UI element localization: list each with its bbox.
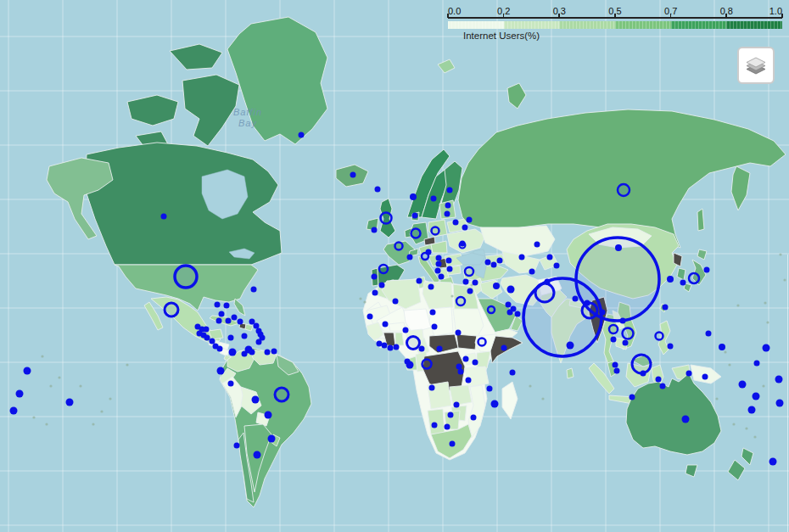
population-dot-marker[interactable]	[515, 311, 521, 317]
population-dot-marker[interactable]	[473, 360, 478, 366]
population-dot-marker[interactable]	[429, 385, 435, 391]
population-dot-marker[interactable]	[456, 330, 462, 336]
country-russia[interactable]	[507, 83, 526, 109]
population-dot-marker[interactable]	[446, 258, 452, 264]
population-dot-marker[interactable]	[439, 274, 445, 280]
population-dot-marker[interactable]	[268, 435, 276, 443]
population-dot-marker[interactable]	[226, 318, 232, 324]
population-ring-marker[interactable]	[609, 325, 618, 333]
population-ring-marker[interactable]	[432, 227, 439, 235]
population-dot-marker[interactable]	[204, 327, 210, 333]
population-dot-marker[interactable]	[216, 318, 222, 324]
population-dot-marker[interactable]	[417, 278, 422, 284]
population-dot-marker[interactable]	[430, 310, 436, 316]
population-dot-marker[interactable]	[753, 393, 760, 400]
population-dot-marker[interactable]	[623, 340, 629, 346]
population-ring-marker[interactable]	[422, 360, 432, 369]
population-dot-marker[interactable]	[466, 378, 472, 384]
population-dot-marker[interactable]	[419, 346, 425, 352]
population-dot-marker[interactable]	[702, 374, 708, 380]
population-dot-marker[interactable]	[256, 339, 262, 345]
population-ring-marker[interactable]	[689, 273, 699, 283]
population-dot-marker[interactable]	[431, 196, 437, 202]
population-dot-marker[interactable]	[613, 362, 618, 368]
population-dot-marker[interactable]	[406, 361, 414, 369]
country-tanzania[interactable]	[465, 367, 489, 387]
population-dot-marker[interactable]	[217, 346, 223, 352]
population-dot-marker[interactable]	[450, 441, 456, 447]
population-dot-marker[interactable]	[600, 310, 606, 316]
population-dot-marker[interactable]	[769, 458, 777, 466]
population-dot-marker[interactable]	[519, 255, 525, 260]
population-dot-marker[interactable]	[412, 213, 418, 219]
population-dot-marker[interactable]	[219, 311, 225, 317]
country-zambia[interactable]	[450, 385, 472, 406]
country-namibia[interactable]	[428, 409, 445, 434]
population-dot-marker[interactable]	[372, 274, 378, 280]
population-dot-marker[interactable]	[754, 361, 760, 367]
population-dot-marker[interactable]	[388, 345, 394, 351]
population-dot-marker[interactable]	[463, 356, 469, 362]
population-dot-marker[interactable]	[217, 367, 225, 375]
population-dot-marker[interactable]	[445, 211, 450, 217]
population-dot-marker[interactable]	[704, 267, 710, 273]
population-dot-marker[interactable]	[228, 381, 234, 387]
population-dot-marker[interactable]	[485, 260, 491, 266]
population-dot-marker[interactable]	[383, 322, 389, 328]
population-dot-marker[interactable]	[394, 344, 400, 350]
population-ring-marker[interactable]	[632, 355, 651, 373]
population-dot-marker[interactable]	[234, 443, 240, 449]
population-dot-marker[interactable]	[437, 346, 443, 352]
country-south-sudan[interactable]	[456, 334, 477, 350]
country-australia[interactable]	[626, 373, 721, 455]
population-dot-marker[interactable]	[686, 371, 692, 377]
population-ring-marker[interactable]	[465, 267, 473, 276]
population-dot-marker[interactable]	[458, 369, 464, 375]
population-dot-marker[interactable]	[493, 283, 500, 289]
population-dot-marker[interactable]	[641, 371, 646, 377]
population-dot-marker[interactable]	[763, 344, 770, 352]
population-dot-marker[interactable]	[242, 333, 248, 339]
population-dot-marker[interactable]	[375, 187, 381, 193]
population-dot-marker[interactable]	[471, 415, 477, 421]
country-mexico[interactable]	[151, 297, 221, 344]
population-ring-marker[interactable]	[656, 333, 663, 340]
population-ring-marker[interactable]	[175, 266, 197, 288]
population-ring-marker[interactable]	[623, 328, 634, 339]
country-canada[interactable]	[85, 143, 282, 265]
population-dot-marker[interactable]	[254, 323, 260, 329]
population-dot-marker[interactable]	[748, 406, 756, 414]
population-ring-marker[interactable]	[275, 388, 288, 401]
country-south-korea[interactable]	[677, 268, 685, 280]
population-ring-marker[interactable]	[488, 306, 495, 313]
country-kazakhstan[interactable]	[480, 226, 555, 256]
country-canada[interactable]	[127, 95, 178, 126]
country-russia[interactable]	[731, 166, 750, 210]
population-dot-marker[interactable]	[372, 227, 378, 233]
population-ring-marker[interactable]	[407, 337, 420, 350]
population-dot-marker[interactable]	[66, 399, 74, 406]
country-kenya[interactable]	[477, 351, 490, 368]
population-dot-marker[interactable]	[456, 364, 462, 370]
population-ring-marker[interactable]	[582, 303, 597, 318]
population-dot-marker[interactable]	[16, 390, 24, 398]
population-dot-marker[interactable]	[271, 349, 277, 355]
population-dot-marker[interactable]	[454, 402, 460, 408]
population-dot-marker[interactable]	[463, 279, 469, 285]
population-dot-marker[interactable]	[506, 302, 512, 308]
country-greenland[interactable]	[227, 17, 327, 144]
population-dot-marker[interactable]	[436, 261, 442, 267]
population-dot-marker[interactable]	[245, 346, 253, 354]
population-ring-marker[interactable]	[395, 243, 403, 250]
population-dot-marker[interactable]	[426, 249, 432, 255]
population-dot-marker[interactable]	[615, 244, 622, 251]
population-ring-marker[interactable]	[478, 339, 486, 346]
population-dot-marker[interactable]	[682, 416, 690, 423]
population-dot-marker[interactable]	[507, 286, 515, 294]
population-dot-marker[interactable]	[453, 220, 459, 226]
population-dot-marker[interactable]	[410, 193, 417, 200]
population-dot-marker[interactable]	[719, 344, 725, 350]
population-dot-marker[interactable]	[210, 339, 215, 344]
population-dot-marker[interactable]	[660, 384, 666, 389]
population-dot-marker[interactable]	[436, 255, 442, 261]
